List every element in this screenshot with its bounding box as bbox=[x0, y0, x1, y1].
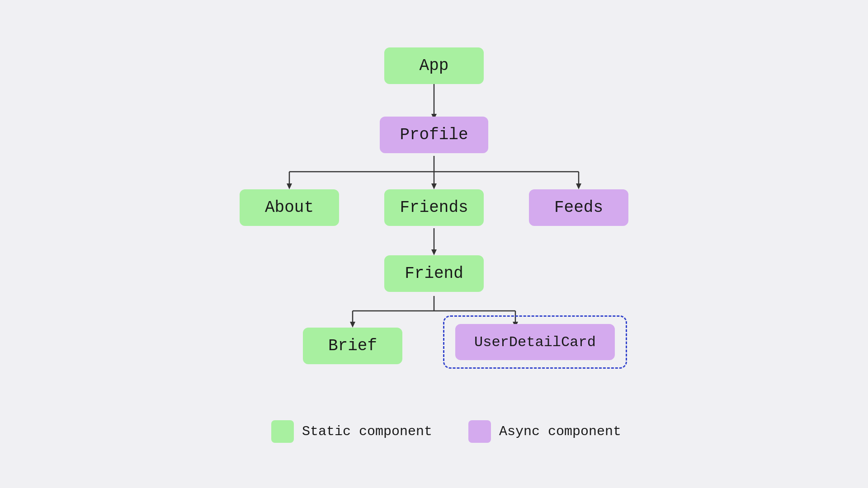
userdetailcard-label: UserDetailCard bbox=[455, 324, 615, 360]
about-node: About bbox=[240, 189, 339, 225]
svg-marker-5 bbox=[287, 183, 292, 189]
friend-label: Friend bbox=[384, 255, 484, 292]
legend-static-label: Static component bbox=[302, 424, 432, 439]
friends-node: Friends bbox=[384, 189, 484, 225]
legend: Static component Async component bbox=[271, 420, 621, 443]
brief-label: Brief bbox=[303, 328, 402, 364]
profile-node: Profile bbox=[380, 117, 488, 156]
legend-static-icon bbox=[271, 420, 294, 443]
svg-marker-12 bbox=[431, 249, 437, 255]
about-label: About bbox=[240, 189, 339, 226]
legend-async-icon bbox=[468, 420, 491, 443]
legend-static: Static component bbox=[271, 420, 432, 443]
legend-async: Async component bbox=[468, 420, 621, 443]
feeds-node: Feeds bbox=[529, 189, 628, 225]
app-node: App bbox=[384, 47, 484, 84]
svg-marker-10 bbox=[576, 183, 581, 189]
legend-async-label: Async component bbox=[499, 424, 621, 439]
profile-label: Profile bbox=[380, 117, 488, 153]
friends-label: Friends bbox=[384, 189, 484, 226]
svg-marker-7 bbox=[431, 183, 437, 189]
svg-marker-16 bbox=[350, 322, 355, 328]
feeds-label: Feeds bbox=[529, 189, 628, 226]
brief-node: Brief bbox=[303, 328, 402, 364]
friend-node: Friend bbox=[384, 255, 484, 291]
userdetailcard-group: UserDetailCard bbox=[443, 315, 627, 369]
app-label: App bbox=[384, 47, 484, 84]
